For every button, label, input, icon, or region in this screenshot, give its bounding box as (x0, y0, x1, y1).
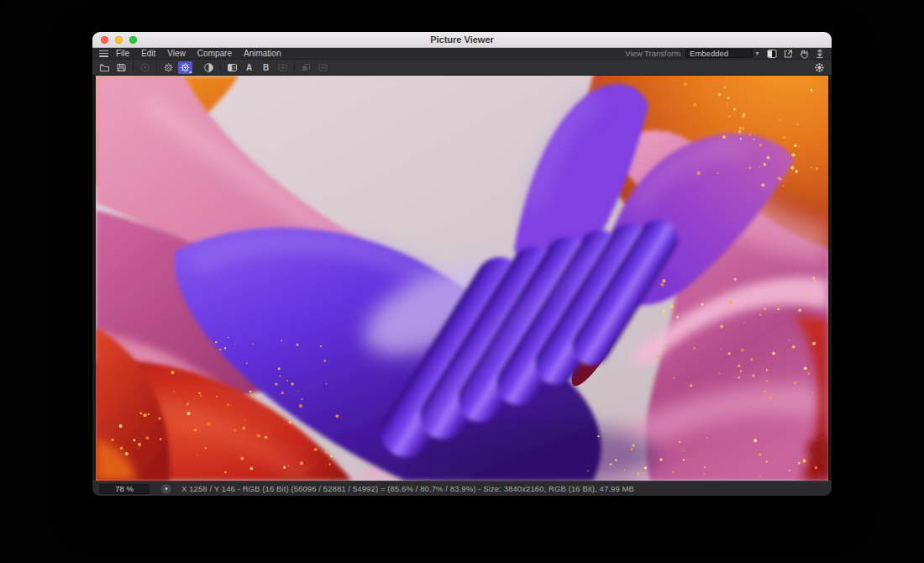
menu-animation[interactable]: Animation (244, 49, 281, 58)
status-bar: 78 % ▼ X 1258 / Y 146 - RGB (16 Bit) (56… (92, 481, 832, 496)
dropdown-caret-icon[interactable]: ▼ (754, 50, 760, 56)
toolbar: A B (92, 60, 832, 76)
view-transform-dropdown[interactable]: Embedded (685, 49, 753, 58)
zoom-dropdown-button[interactable]: ▼ (161, 484, 171, 494)
title-bar[interactable]: Picture Viewer (92, 32, 832, 48)
view-transform-label: View Transform (625, 49, 680, 58)
copy-icon (299, 61, 313, 74)
window-title: Picture Viewer (92, 34, 832, 45)
swap-ab-icon (276, 61, 290, 74)
version-b-button[interactable]: B (259, 61, 273, 74)
menu-edit[interactable]: Edit (141, 49, 155, 58)
view-transform-value: Embedded (690, 49, 748, 58)
save-icon[interactable] (114, 61, 129, 74)
gear-x-icon[interactable] (161, 61, 176, 74)
gear-icon[interactable] (178, 61, 192, 74)
menu-view[interactable]: View (167, 49, 186, 58)
image-canvas[interactable] (92, 76, 832, 481)
stop-render-icon (138, 61, 152, 74)
pan-hand-icon[interactable] (799, 49, 809, 59)
rendered-image (96, 76, 828, 481)
bw-preview-icon[interactable] (767, 49, 777, 59)
version-a-button[interactable]: A (242, 61, 256, 74)
export-icon[interactable] (783, 49, 793, 59)
menu-compare[interactable]: Compare (197, 49, 232, 58)
open-folder-icon[interactable] (97, 61, 112, 74)
paste-icon (316, 61, 330, 74)
menu-bar: File Edit View Compare Animation View Tr… (92, 48, 832, 60)
zoom-level-input[interactable]: 78 % (99, 484, 150, 494)
pixel-info-text: X 1258 / Y 146 - RGB (16 Bit) (56096 / 5… (181, 484, 634, 493)
compare-split-icon[interactable] (225, 61, 239, 74)
contrast-icon[interactable] (202, 61, 216, 74)
picture-viewer-window: Picture Viewer File Edit View Compare An… (92, 32, 832, 496)
hamburger-menu-icon[interactable] (99, 50, 108, 57)
filter-settings-icon[interactable] (812, 61, 827, 74)
desktop-background: Picture Viewer File Edit View Compare An… (0, 0, 924, 563)
menu-file[interactable]: File (116, 49, 129, 58)
dock-pin-icon[interactable] (815, 49, 825, 59)
